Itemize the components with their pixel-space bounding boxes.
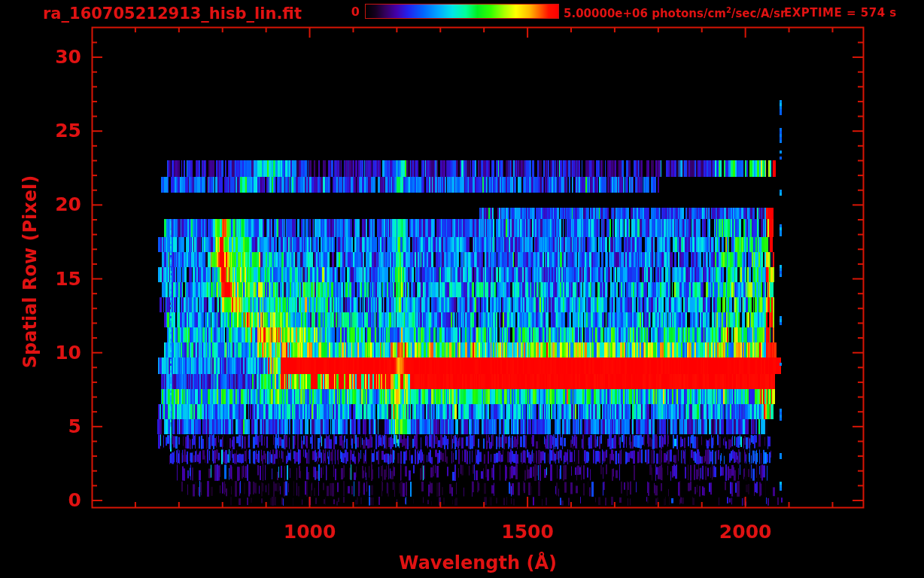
spectral-image-canvas (0, 0, 924, 578)
y-tick-label: 25 (27, 120, 81, 141)
colorbar-gradient (366, 5, 558, 18)
y-tick-label: 30 (27, 46, 81, 68)
y-tick-label: 15 (27, 268, 81, 290)
file-title: ra_160705212913_hisb_lin.fit (43, 5, 302, 23)
x-tick-label: 2000 (693, 521, 798, 543)
x-axis-title: Wavelength (Å) (327, 552, 628, 573)
y-tick-label: 20 (27, 193, 81, 215)
exptime-label: EXPTIME = 574 s (784, 6, 897, 20)
colorbar-max-label-sup: 2 (726, 6, 731, 14)
spectral-viewer-window: ra_160705212913_hisb_lin.fit 0 5.00000e+… (0, 0, 924, 578)
y-tick-label: 10 (27, 342, 81, 364)
colorbar-min-label: 0 (330, 5, 360, 19)
x-tick-label: 1000 (257, 521, 363, 543)
colorbar-max-label-prefix: 5.00000e+06 photons/cm (564, 7, 726, 20)
x-tick-label: 1500 (475, 521, 580, 543)
y-tick-label: 0 (27, 489, 81, 511)
y-tick-label: 5 (27, 415, 81, 437)
colorbar-max-label-suffix: /sec/A/sr (731, 7, 786, 20)
colorbar-max-label: 5.00000e+06 photons/cm2/sec/A/sr (564, 6, 786, 20)
colorbar (365, 4, 559, 19)
